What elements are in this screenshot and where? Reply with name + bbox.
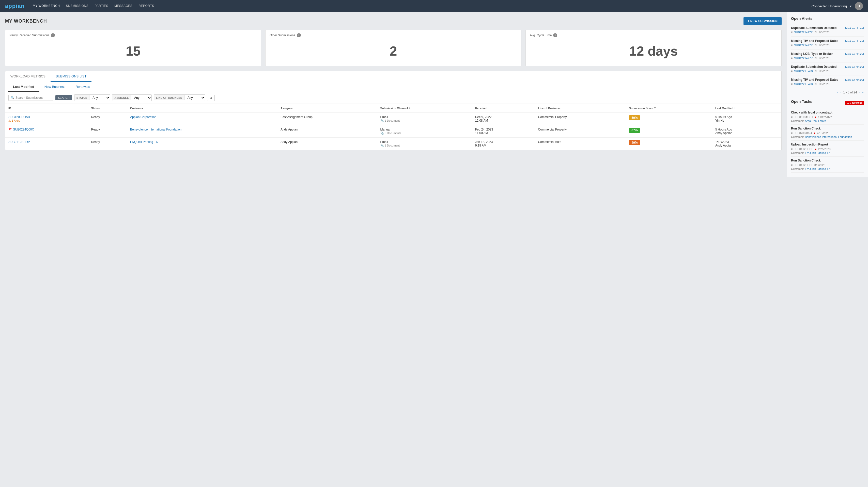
- channel-help-icon[interactable]: ?: [409, 107, 410, 110]
- alert-meta: # SUB1221477R 🗓 2/3/2023: [791, 44, 864, 47]
- task-menu-button[interactable]: ⋮: [860, 143, 864, 147]
- sub-tab-last-modified[interactable]: Last Modified: [8, 82, 39, 92]
- task-customer-link[interactable]: Argo Real Estate: [805, 119, 826, 122]
- col-header-lob: Line of Business: [535, 104, 626, 113]
- open-tasks-header: Open Tasks ▲ 3 Overdue: [791, 99, 864, 107]
- hash-icon: #: [791, 83, 793, 86]
- customer-link[interactable]: Appian Corporation: [130, 115, 156, 119]
- task-date: 2/25/2023: [818, 148, 831, 151]
- submission-id-link[interactable]: SUB0112BHDP: [8, 140, 30, 144]
- task-menu-button[interactable]: ⋮: [860, 127, 864, 131]
- alert-sub-link[interactable]: SUB1221TWI3: [794, 83, 813, 86]
- older-value: 2: [270, 39, 517, 63]
- task-meta: # SUB0112BHDP 3/3/2023: [791, 164, 864, 167]
- older-info-icon[interactable]: i: [297, 33, 301, 37]
- tab-submissions-list[interactable]: SUBMISSIONS LIST: [51, 71, 91, 82]
- col-header-assignee: Assignee: [277, 104, 377, 113]
- open-alerts-title: Open Alerts: [791, 16, 864, 21]
- lob-filter: LINE OF BUSINESS Any: [154, 94, 205, 101]
- col-header-received: Received: [472, 104, 535, 113]
- table-row: SUB1209DHAB⚠ 1 Alert Ready Appian Corpor…: [5, 113, 781, 125]
- alerts-page-info: 1 - 5 of 24: [843, 91, 857, 94]
- search-input[interactable]: [16, 96, 51, 100]
- open-tasks-section: Open Tasks ▲ 3 Overdue Check with legal …: [791, 99, 864, 173]
- submission-id-link[interactable]: SUB1209DHAB: [8, 115, 30, 119]
- lob-select[interactable]: Any: [184, 95, 205, 101]
- col-header-score: Submission Score ?: [626, 104, 712, 113]
- app-logo[interactable]: appian: [5, 3, 25, 9]
- newly-received-info-icon[interactable]: i: [51, 33, 55, 37]
- dropdown-icon[interactable]: ▾: [850, 4, 852, 8]
- cell-received: Feb 24, 202311:00 AM: [472, 125, 535, 138]
- col-header-last-modified[interactable]: Last Modified ↓: [712, 104, 781, 113]
- sub-tab-renewals[interactable]: Renewals: [70, 82, 95, 92]
- alerts-first-page-btn[interactable]: «: [836, 90, 839, 94]
- task-customer-row: Customer: FlyQuick Parking TX: [791, 151, 864, 154]
- nav-item-my-workbench[interactable]: MY WORKBENCH: [33, 3, 60, 9]
- search-icon: 🔍: [11, 96, 14, 100]
- cell-status: Ready: [88, 113, 127, 125]
- alert-sub-link[interactable]: SUB1221477R: [794, 44, 813, 47]
- app-name[interactable]: Connected Underwriting: [812, 4, 847, 8]
- alerts-last-page-btn[interactable]: »: [861, 90, 864, 94]
- hash-icon: #: [791, 70, 793, 73]
- alert-item: Duplicate Submission Detected Mark as cl…: [791, 62, 864, 75]
- task-customer-link[interactable]: FlyQuick Parking TX: [805, 167, 830, 170]
- alert-row: Duplicate Submission Detected Mark as cl…: [791, 26, 864, 30]
- task-sub-link[interactable]: SUB0913AUCT: [794, 116, 813, 119]
- alert-sub-link[interactable]: SUB1221477R: [794, 31, 813, 34]
- sub-tab-new-business[interactable]: New Business: [39, 82, 70, 92]
- task-menu-button[interactable]: ⋮: [860, 159, 864, 163]
- task-customer-link[interactable]: Benevolence International Foundation: [805, 135, 852, 138]
- tabs-section: WORKLOAD METRICS SUBMISSIONS LIST Last M…: [5, 71, 782, 150]
- cell-id: 🚩 SUB0224Q00X: [5, 125, 88, 138]
- user-avatar[interactable]: U: [855, 2, 863, 10]
- submission-id-link[interactable]: SUB0224Q00X: [13, 128, 34, 131]
- task-title-text: Run Sanction Check: [791, 159, 821, 162]
- mark-as-closed-button[interactable]: Mark as closed: [845, 53, 864, 56]
- task-sub-link[interactable]: SUB0112BHDP: [794, 148, 813, 151]
- nav-item-reports[interactable]: REPORTS: [138, 3, 154, 9]
- filter-options-button[interactable]: ⚙: [207, 95, 215, 101]
- task-customer-link[interactable]: FlyQuick Parking TX: [805, 151, 830, 154]
- alert-row: Duplicate Submission Detected Mark as cl…: [791, 65, 864, 69]
- task-item: Run Sanction Check ⋮ # SUB0112BHDP 3/3/2…: [791, 157, 864, 173]
- task-customer-row: Customer: Argo Real Estate: [791, 119, 864, 122]
- nav-item-submissions[interactable]: SUBMISSIONS: [66, 3, 88, 9]
- assignee-filter: ASSIGNEE Any: [112, 94, 152, 101]
- open-tasks-title: Open Tasks: [791, 99, 812, 104]
- search-button[interactable]: SEARCH: [55, 95, 72, 100]
- alerts-prev-page-btn[interactable]: ‹: [840, 90, 842, 94]
- cell-last-modified: 5 Hours AgoYin He: [712, 113, 781, 125]
- avg-cycle-info-icon[interactable]: i: [553, 33, 557, 37]
- cell-id: SUB0112BHDP: [5, 138, 88, 150]
- alert-date: 2/3/2023: [819, 70, 830, 73]
- tab-workload-metrics[interactable]: WORKLOAD METRICS: [5, 71, 51, 82]
- customer-link[interactable]: Benevolence International Foundation: [130, 128, 181, 131]
- nav-item-messages[interactable]: MESSAGES: [114, 3, 132, 9]
- alert-title: Missing TIV and Proposed Dates: [791, 39, 838, 43]
- task-sub-link[interactable]: SUB0112BHDP: [794, 164, 813, 167]
- alerts-next-page-btn[interactable]: ›: [858, 90, 860, 94]
- table-body: SUB1209DHAB⚠ 1 Alert Ready Appian Corpor…: [5, 113, 781, 150]
- score-badge: 67%: [629, 128, 640, 133]
- task-item: Check with legal on contract ⋮ # SUB0913…: [791, 109, 864, 125]
- nav-item-parties[interactable]: PARTIES: [95, 3, 108, 9]
- score-help-icon[interactable]: ?: [654, 107, 656, 110]
- alert-sub-link[interactable]: SUB1221477R: [794, 57, 813, 60]
- task-menu-button[interactable]: ⋮: [860, 111, 864, 115]
- alert-sub-link[interactable]: SUB1221TWI3: [794, 70, 813, 73]
- mark-as-closed-button[interactable]: Mark as closed: [845, 40, 864, 43]
- customer-link[interactable]: FlyQuick Parking TX: [130, 140, 158, 144]
- mark-as-closed-button[interactable]: Mark as closed: [845, 27, 864, 30]
- page-title-row: MY WORKBENCH + NEW SUBMISSION: [5, 17, 782, 25]
- mark-as-closed-button[interactable]: Mark as closed: [845, 78, 864, 82]
- new-submission-button[interactable]: + NEW SUBMISSION: [743, 17, 782, 25]
- mark-as-closed-button[interactable]: Mark as closed: [845, 66, 864, 69]
- doc-info: 📎 1 Document: [380, 119, 400, 122]
- assignee-select[interactable]: Any: [131, 95, 151, 101]
- status-select[interactable]: Any: [89, 95, 110, 101]
- task-sub-link[interactable]: SUB0203JOJ4: [794, 132, 812, 135]
- task-item: Run Sanction Check ⋮ # SUB0203JOJ4 ▲ 2/1…: [791, 125, 864, 141]
- cell-last-modified: 1/12/2023Andy Appian: [712, 138, 781, 150]
